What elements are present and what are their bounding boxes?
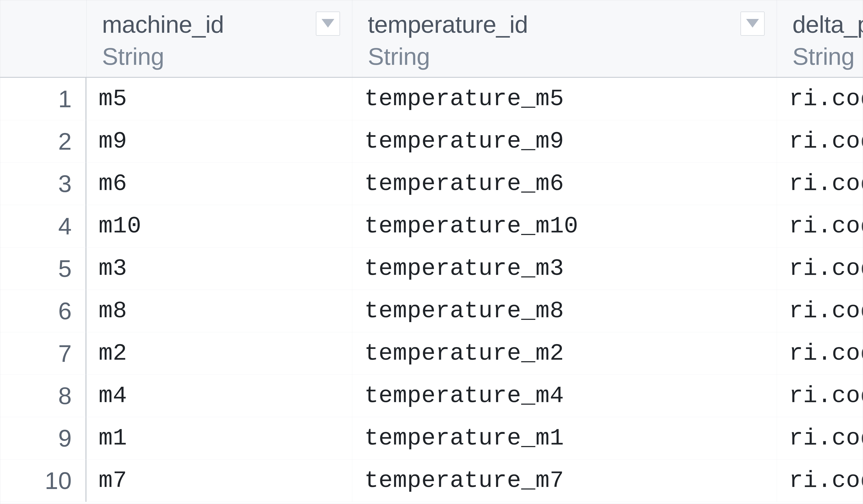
cell-delta-pressure-id[interactable]: ri.codex-emu.main.template.c81 xyxy=(777,205,863,247)
filter-button[interactable] xyxy=(316,12,340,36)
cell-delta-pressure-id[interactable]: ri.codex-emu.main.template.c81 xyxy=(777,78,863,120)
cell-delta-pressure-id[interactable]: ri.codex-emu.main.template.c81 xyxy=(777,460,863,502)
cell-machine-id[interactable]: m1 xyxy=(87,417,352,459)
column-name: machine_id xyxy=(102,9,337,40)
cell-temperature-id[interactable]: temperature_m10 xyxy=(352,205,777,247)
cell-delta-pressure-id[interactable]: ri.codex-emu.main.template.c81 xyxy=(777,247,863,290)
table-row: 6 m8 temperature_m8 ri.codex-emu.main.te… xyxy=(0,290,863,332)
table-row: 9 m1 temperature_m1 ri.codex-emu.main.te… xyxy=(0,417,863,460)
cell-temperature-id[interactable]: temperature_m3 xyxy=(352,247,777,290)
cell-delta-pressure-id[interactable]: ri.codex-emu.main.template.c81 xyxy=(777,375,863,417)
table-row: 5 m3 temperature_m3 ri.codex-emu.main.te… xyxy=(0,247,863,290)
cell-delta-pressure-id[interactable]: ri.codex-emu.main.template.c81 xyxy=(777,120,863,163)
column-name: temperature_id xyxy=(368,9,761,40)
cell-machine-id[interactable]: m7 xyxy=(87,460,352,502)
cell-delta-pressure-id[interactable]: ri.codex-emu.main.template.c81 xyxy=(777,332,863,375)
table-row: 2 m9 temperature_m9 ri.codex-emu.main.te… xyxy=(0,120,863,163)
table-row: 3 m6 temperature_m6 ri.codex-emu.main.te… xyxy=(0,163,863,205)
row-number[interactable]: 5 xyxy=(0,247,87,290)
cell-machine-id[interactable]: m10 xyxy=(87,205,352,247)
column-type: String xyxy=(102,40,337,73)
table-row: 8 m4 temperature_m4 ri.codex-emu.main.te… xyxy=(0,375,863,417)
cell-machine-id[interactable]: m5 xyxy=(87,78,352,120)
column-type: String xyxy=(792,40,847,73)
row-number[interactable]: 4 xyxy=(0,205,87,247)
cell-machine-id[interactable]: m9 xyxy=(87,120,352,163)
cell-delta-pressure-id[interactable]: ri.codex-emu.main.template.c81 xyxy=(777,163,863,205)
caret-down-icon xyxy=(746,19,759,28)
row-number[interactable]: 6 xyxy=(0,290,87,332)
row-number[interactable]: 3 xyxy=(0,163,87,205)
table-row: 10 m7 temperature_m7 ri.codex-emu.main.t… xyxy=(0,460,863,502)
table-row: 4 m10 temperature_m10 ri.codex-emu.main.… xyxy=(0,205,863,247)
cell-machine-id[interactable]: m4 xyxy=(87,375,352,417)
column-name: delta_pressure_id xyxy=(792,9,847,40)
cell-delta-pressure-id[interactable]: ri.codex-emu.main.template.c81 xyxy=(777,417,863,459)
cell-temperature-id[interactable]: temperature_m1 xyxy=(352,417,777,459)
corner-cell xyxy=(0,0,87,77)
cell-machine-id[interactable]: m2 xyxy=(87,332,352,375)
table-row: 1 m5 temperature_m5 ri.codex-emu.main.te… xyxy=(0,78,863,120)
data-grid: machine_id String temperature_id String … xyxy=(0,0,863,504)
cell-temperature-id[interactable]: temperature_m9 xyxy=(352,120,777,163)
cell-machine-id[interactable]: m6 xyxy=(87,163,352,205)
cell-temperature-id[interactable]: temperature_m4 xyxy=(352,375,777,417)
filter-button[interactable] xyxy=(740,12,765,36)
cell-delta-pressure-id[interactable]: ri.codex-emu.main.template.c81 xyxy=(777,290,863,332)
caret-down-icon xyxy=(322,19,334,28)
row-number[interactable]: 7 xyxy=(0,332,87,375)
cell-machine-id[interactable]: m8 xyxy=(87,290,352,332)
row-number[interactable]: 9 xyxy=(0,417,87,459)
row-number[interactable]: 8 xyxy=(0,375,87,417)
header-row: machine_id String temperature_id String … xyxy=(0,0,863,78)
row-number[interactable]: 10 xyxy=(0,460,87,502)
cell-temperature-id[interactable]: temperature_m5 xyxy=(352,78,777,120)
column-header-temperature-id[interactable]: temperature_id String xyxy=(352,0,777,77)
cell-temperature-id[interactable]: temperature_m7 xyxy=(352,460,777,502)
cell-temperature-id[interactable]: temperature_m8 xyxy=(352,290,777,332)
row-number[interactable]: 2 xyxy=(0,120,87,163)
grid-body: 1 m5 temperature_m5 ri.codex-emu.main.te… xyxy=(0,78,863,504)
cell-temperature-id[interactable]: temperature_m6 xyxy=(352,163,777,205)
row-number[interactable]: 1 xyxy=(0,78,87,120)
table-row: 7 m2 temperature_m2 ri.codex-emu.main.te… xyxy=(0,332,863,375)
column-header-machine-id[interactable]: machine_id String xyxy=(87,0,352,77)
cell-machine-id[interactable]: m3 xyxy=(87,247,352,290)
column-header-delta-pressure-id[interactable]: delta_pressure_id String xyxy=(777,0,863,77)
column-type: String xyxy=(368,40,761,73)
cell-temperature-id[interactable]: temperature_m2 xyxy=(352,332,777,375)
